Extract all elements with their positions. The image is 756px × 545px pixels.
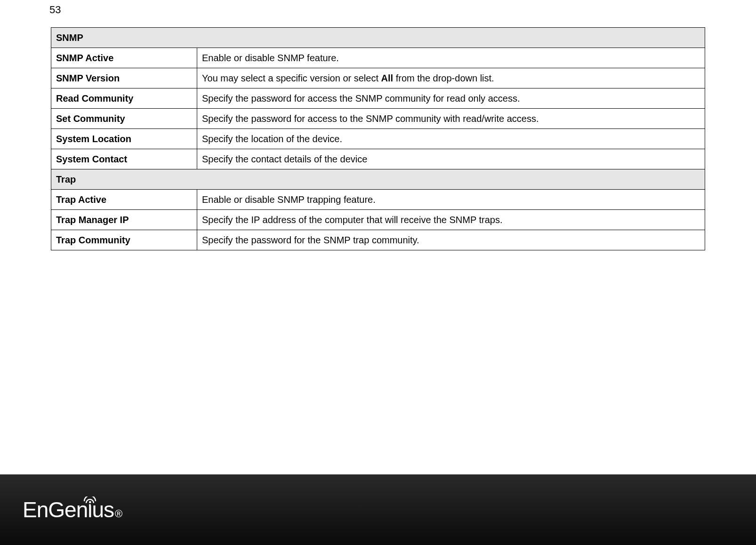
table-row: Trap Manager IP Specify the IP address o… [51,210,705,230]
section-header-trap: Trap [51,169,705,190]
row-label: System Location [51,129,197,149]
section-header-label: SNMP [51,28,705,48]
snmp-settings-table: SNMP SNMP Active Enable or disable SNMP … [51,27,705,250]
row-label: Set Community [51,109,197,129]
table-row: Trap Community Specify the password for … [51,230,705,250]
row-desc: Specify the password for access the SNMP… [197,88,705,109]
row-desc: Enable or disable SNMP trapping feature. [197,190,705,210]
table-row: SNMP Active Enable or disable SNMP featu… [51,48,705,68]
row-label: SNMP Version [51,68,197,88]
row-desc: Specify the contact details of the devic… [197,149,705,169]
table-row: Read Community Specify the password for … [51,88,705,109]
row-desc: Enable or disable SNMP feature. [197,48,705,68]
page-number: 53 [49,4,61,16]
row-desc: Specify the password for access to the S… [197,109,705,129]
table-row: System Contact Specify the contact detai… [51,149,705,169]
logo-wifi-wrap: i [88,497,92,522]
row-desc: You may select a specific version or sel… [197,68,705,88]
row-label: Read Community [51,88,197,109]
logo-text-pre: EnGen [23,497,88,522]
registered-symbol: ® [115,508,122,520]
desc-bold: All [381,73,394,83]
row-label: SNMP Active [51,48,197,68]
section-header-label: Trap [51,169,705,190]
desc-post: from the drop-down list. [393,73,494,83]
table-row: System Location Specify the location of … [51,129,705,149]
row-label: Trap Community [51,230,197,250]
page-footer: EnGenius® [0,474,756,545]
row-label: Trap Manager IP [51,210,197,230]
table-row: Set Community Specify the password for a… [51,109,705,129]
table-row: SNMP Version You may select a specific v… [51,68,705,88]
row-label: Trap Active [51,190,197,210]
table-row: Trap Active Enable or disable SNMP trapp… [51,190,705,210]
svg-point-0 [89,504,91,506]
desc-pre: You may select a specific version or sel… [202,73,381,83]
row-desc: Specify the password for the SNMP trap c… [197,230,705,250]
row-desc: Specify the location of the device. [197,129,705,149]
row-desc: Specify the IP address of the computer t… [197,210,705,230]
engenius-logo: EnGenius® [23,497,122,522]
section-header-snmp: SNMP [51,28,705,48]
main-content: SNMP SNMP Active Enable or disable SNMP … [0,0,756,250]
wifi-icon [83,486,97,495]
row-label: System Contact [51,149,197,169]
